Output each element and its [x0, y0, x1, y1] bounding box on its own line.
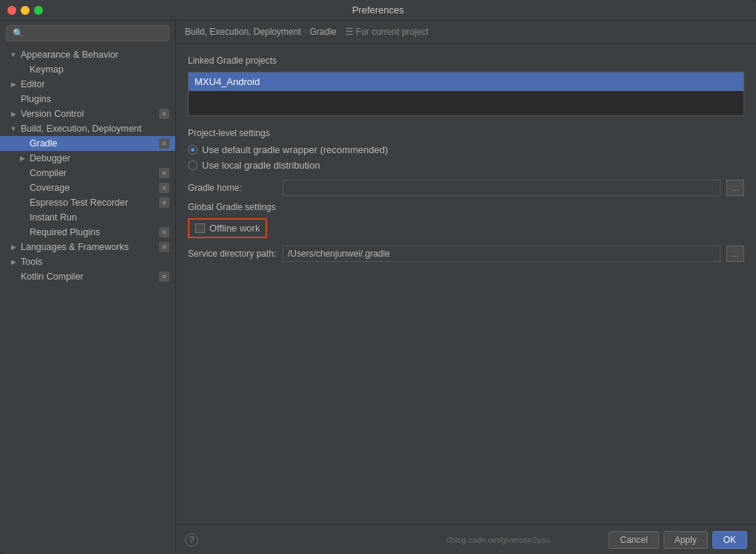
cancel-button[interactable]: Cancel [609, 531, 658, 549]
gradle-badge: ≡ [159, 138, 169, 149]
project-level-settings: Project-level settings Use default gradl… [188, 128, 744, 171]
espresso-badge: ≡ [159, 197, 169, 208]
gradle-home-row: Gradle home: … [188, 180, 744, 196]
gradle-home-input[interactable] [283, 180, 720, 196]
radio-local-wrapper[interactable]: Use local gradle distribution [188, 160, 744, 171]
ok-button[interactable]: OK [712, 531, 747, 549]
expand-arrow-plugins [9, 95, 18, 104]
sidebar-item-appearance[interactable]: Appearance & Behavior [0, 47, 175, 62]
radio-default-wrapper-circle [188, 145, 198, 155]
expand-arrow-espresso [18, 198, 27, 207]
sidebar-item-languages-label: Languages & Frameworks [21, 242, 156, 252]
linked-projects-label: Linked Gradle projects [188, 55, 744, 66]
vc-badge: ≡ [159, 109, 169, 119]
coverage-badge: ≡ [159, 183, 169, 193]
expand-arrow-tools [9, 257, 18, 266]
required-plugins-badge: ≡ [159, 227, 169, 237]
expand-arrow-editor [9, 80, 18, 89]
titlebar: Preferences [0, 0, 756, 21]
sidebar-item-espresso[interactable]: Espresso Test Recorder ≡ [0, 195, 175, 210]
sidebar-item-build[interactable]: Build, Execution, Deployment [0, 121, 175, 136]
linked-projects-list: MXU4_Android [188, 72, 744, 116]
sidebar-item-compiler[interactable]: Compiler ≡ [0, 166, 175, 180]
sidebar-item-coverage-label: Coverage [30, 183, 156, 193]
watermark: //blog.csdn.net/giverose2you [198, 536, 609, 544]
apply-button[interactable]: Apply [664, 531, 708, 549]
radio-group: Use default gradle wrapper (recommended)… [188, 144, 744, 171]
kotlin-badge: ≡ [159, 271, 169, 282]
search-box[interactable] [6, 25, 169, 41]
sidebar-item-plugins[interactable]: Plugins [0, 92, 175, 107]
sidebar-item-compiler-label: Compiler [30, 168, 156, 178]
sidebar-item-keymap-label: Keymap [30, 64, 169, 75]
main-content: Appearance & Behavior Keymap Editor Plug… [0, 21, 756, 554]
breadcrumb-sep: › [304, 27, 307, 37]
sidebar-item-build-label: Build, Execution, Deployment [21, 124, 169, 134]
expand-arrow-vc [9, 109, 18, 118]
expand-arrow-kotlin [9, 272, 18, 281]
sidebar-item-editor[interactable]: Editor [0, 77, 175, 92]
offline-work-row[interactable]: Offline work [188, 218, 267, 238]
right-panel: Build, Execution, Deployment › Gradle ☰ … [176, 21, 756, 554]
preferences-window: Preferences Appearance & Behavior Keymap [0, 0, 756, 554]
minimize-button[interactable] [21, 6, 30, 15]
sidebar-item-debugger[interactable]: Debugger [0, 151, 175, 166]
sidebar-item-tools[interactable]: Tools [0, 254, 175, 269]
sidebar-item-gradle[interactable]: Gradle ≡ [0, 136, 175, 151]
sidebar: Appearance & Behavior Keymap Editor Plug… [0, 21, 176, 554]
gradle-home-browse-button[interactable]: … [726, 180, 744, 196]
sidebar-item-keymap[interactable]: Keymap [0, 62, 175, 77]
expand-arrow-appearance [9, 50, 18, 59]
search-input[interactable] [6, 25, 169, 41]
sidebar-item-version-control[interactable]: Version Control ≡ [0, 107, 175, 121]
sidebar-item-instant-run-label: Instant Run [30, 212, 169, 223]
expand-arrow-compiler [18, 169, 27, 178]
sidebar-item-coverage[interactable]: Coverage ≡ [0, 180, 175, 195]
service-dir-row: Service directory path: … [188, 246, 744, 262]
radio-default-label: Use default gradle wrapper (recommended) [202, 144, 388, 155]
expand-arrow-keymap [18, 65, 27, 74]
sidebar-item-kotlin[interactable]: Kotlin Compiler ≡ [0, 269, 175, 284]
languages-badge: ≡ [159, 242, 169, 252]
panel-content: Linked Gradle projects MXU4_Android Proj… [176, 44, 756, 524]
sidebar-item-instant-run[interactable]: Instant Run [0, 210, 175, 225]
sidebar-item-required-plugins-label: Required Plugins [30, 227, 156, 237]
breadcrumb: Build, Execution, Deployment › Gradle ☰ … [176, 21, 756, 44]
expand-arrow-coverage [18, 183, 27, 192]
sidebar-tree: Appearance & Behavior Keymap Editor Plug… [0, 46, 175, 554]
sidebar-item-kotlin-label: Kotlin Compiler [21, 271, 156, 282]
sidebar-item-editor-label: Editor [21, 79, 169, 89]
help-button[interactable]: ? [185, 533, 198, 547]
expand-arrow-required-plugins [18, 228, 27, 237]
offline-work-checkbox[interactable] [195, 223, 205, 233]
sidebar-item-languages[interactable]: Languages & Frameworks ≡ [0, 240, 175, 254]
sidebar-item-espresso-label: Espresso Test Recorder [30, 197, 156, 208]
sidebar-item-debugger-label: Debugger [30, 153, 169, 163]
offline-work-label: Offline work [209, 223, 260, 234]
radio-local-label: Use local gradle distribution [202, 160, 320, 171]
project-item-mxu4[interactable]: MXU4_Android [189, 72, 743, 91]
expand-arrow-instant-run [18, 213, 27, 222]
bottom-bar: ? //blog.csdn.net/giverose2you Cancel Ap… [176, 524, 756, 554]
sidebar-item-vc-label: Version Control [21, 109, 156, 119]
maximize-button[interactable] [34, 6, 43, 15]
service-dir-browse-button[interactable]: … [726, 246, 744, 262]
breadcrumb-gradle: Gradle [310, 27, 337, 37]
window-title: Preferences [352, 4, 404, 16]
expand-arrow-languages [9, 243, 18, 251]
radio-default-wrapper[interactable]: Use default gradle wrapper (recommended) [188, 144, 744, 155]
expand-arrow-build [9, 124, 18, 133]
bottom-buttons: Cancel Apply OK [609, 531, 747, 549]
expand-arrow-debugger [18, 154, 27, 163]
sidebar-item-required-plugins[interactable]: Required Plugins ≡ [0, 225, 175, 240]
close-button[interactable] [7, 6, 16, 15]
sidebar-item-appearance-label: Appearance & Behavior [21, 50, 169, 60]
expand-arrow-gradle [18, 139, 27, 148]
project-settings-title: Project-level settings [188, 128, 744, 138]
breadcrumb-build: Build, Execution, Deployment [185, 27, 301, 37]
compiler-badge: ≡ [159, 168, 169, 178]
sidebar-item-gradle-label: Gradle [30, 138, 156, 149]
sidebar-item-tools-label: Tools [21, 257, 169, 267]
service-dir-input[interactable] [283, 246, 720, 262]
gradle-home-label: Gradle home: [188, 183, 277, 193]
